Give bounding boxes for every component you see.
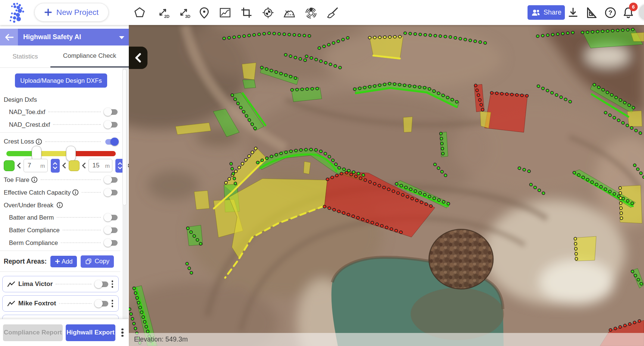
download-icon[interactable] [566, 6, 580, 19]
low-threshold-inputbox: m [24, 159, 48, 172]
highwall-export-button[interactable]: Highwall Export [66, 324, 115, 341]
sidebar-scrollbar[interactable] [122, 68, 128, 319]
info-icon[interactable] [35, 138, 42, 145]
satellite-map [129, 25, 644, 346]
info-icon[interactable] [56, 202, 63, 208]
lima-victor-menu-button[interactable] [109, 279, 116, 289]
profile-chart-icon[interactable] [218, 6, 232, 19]
berm-compliance-toggle[interactable] [104, 239, 119, 247]
plus-icon [44, 9, 52, 16]
nad-crest-toggle[interactable] [104, 120, 119, 129]
berm-compliance-row: Berm Compliance [9, 236, 119, 249]
new-project-button[interactable]: New Project [34, 3, 109, 22]
yellow-threshold-swatch[interactable] [69, 160, 80, 171]
people-icon [531, 8, 541, 18]
sidebar: Highwall Safety AI Statistics Compliance… [0, 25, 129, 346]
copy-report-area-button[interactable]: Copy [81, 255, 114, 268]
green-threshold-swatch[interactable] [4, 160, 15, 171]
app-logo [6, 2, 27, 23]
report-areas-row: Report Areas: Add Copy [4, 253, 119, 270]
divider [0, 132, 120, 133]
terrain-cut-icon[interactable] [283, 6, 296, 19]
svg-text:3D: 3D [185, 14, 190, 19]
info-icon[interactable] [31, 176, 38, 183]
design-dxfs-heading: Design Dxfs [4, 95, 119, 104]
tab-statistics[interactable]: Statistics [0, 45, 50, 67]
zigzag-line-icon [7, 281, 15, 287]
nad-toe-toggle[interactable] [104, 108, 119, 116]
low-threshold-input[interactable] [28, 162, 40, 169]
clean-brush-icon[interactable] [326, 6, 339, 19]
set-square-icon[interactable] [584, 6, 598, 19]
measure-3d-icon[interactable]: 3D [177, 6, 191, 19]
info-icon[interactable] [72, 189, 79, 196]
toe-flare-row: Toe Flare [4, 173, 119, 186]
dxf-row-nad-toe: NAD_Toe.dxf [9, 106, 119, 118]
sidebar-collapse-button[interactable] [129, 47, 147, 69]
high-threshold-inputbox: m [88, 159, 113, 172]
copy-icon [85, 258, 92, 265]
toe-flare-toggle[interactable] [104, 176, 119, 184]
share-label: Share [544, 9, 561, 16]
batter-compliance-row: Batter Compliance [9, 224, 119, 236]
threshold-inputs-row: m m [4, 158, 119, 173]
footer-menu-button[interactable] [119, 327, 126, 339]
elevation-readout: Elevation: 549.3m [134, 336, 188, 343]
svg-text:2D: 2D [164, 14, 169, 19]
tab-compliance-check[interactable]: Compliance Check [50, 45, 129, 67]
compliance-panel: Upload/Manage Design DXFs Design Dxfs NA… [0, 68, 129, 319]
low-threshold-stepper[interactable] [51, 159, 60, 173]
compliance-report-button[interactable]: Compliance Report [3, 324, 63, 341]
batter-and-berm-row: Batter and Berm [9, 211, 119, 224]
upload-manage-dxf-button[interactable]: Upload/Manage Design DXFs [15, 73, 107, 88]
mike-foxtrot-menu-button[interactable] [109, 298, 116, 309]
effective-catch-capacity-row: Effective Catch Capacity [4, 186, 119, 199]
dxf-row-nad-crest: NAD_Crest.dxf [9, 118, 119, 131]
measure-2d-icon[interactable]: 2D [156, 6, 170, 19]
back-button[interactable] [0, 29, 18, 45]
map-status-bar: Elevation: 549.3m [129, 333, 644, 346]
crest-loss-toggle[interactable] [104, 138, 119, 146]
add-report-area-button[interactable]: Add [50, 256, 77, 267]
chevron-left-icon [62, 162, 66, 169]
help-icon[interactable]: ? [604, 6, 617, 19]
zigzag-line-icon [7, 300, 15, 307]
divider [0, 271, 120, 272]
share-button[interactable]: Share [528, 5, 565, 20]
high-threshold-input[interactable] [93, 162, 105, 169]
mike-foxtrot-toggle[interactable] [94, 299, 109, 308]
project-header: Highwall Safety AI [0, 29, 129, 45]
lima-victor-toggle[interactable] [94, 280, 109, 288]
crop-icon[interactable] [240, 6, 253, 19]
polygon-tool-icon[interactable] [133, 6, 146, 19]
chevron-left-icon [82, 162, 86, 169]
sidebar-tabs: Statistics Compliance Check [0, 45, 129, 68]
chevron-left-icon [17, 162, 21, 169]
scrollbar-thumb[interactable] [122, 69, 127, 205]
report-areas-label: Report Areas: [4, 258, 47, 265]
new-project-label: New Project [56, 8, 99, 17]
plus-icon [55, 259, 60, 264]
top-toolbar: New Project 2D 3D Share [0, 0, 644, 25]
report-area-card-mike-foxtrot[interactable]: Mike Foxtrot [2, 295, 119, 312]
batter-compliance-toggle[interactable] [104, 226, 119, 234]
place-point-icon[interactable] [197, 6, 211, 19]
chevron-down-icon[interactable] [119, 36, 124, 39]
target-icon[interactable] [261, 6, 275, 19]
slider-red-zone [71, 151, 116, 156]
report-area-card-lima-victor[interactable]: Lima Victor [2, 276, 119, 292]
svg-text:?: ? [609, 9, 612, 16]
detect-radar-icon[interactable] [304, 6, 318, 19]
report-area-card-partial[interactable] [2, 315, 119, 319]
batter-and-berm-toggle[interactable] [104, 213, 119, 221]
sidebar-footer: Compliance Report Highwall Export [0, 319, 129, 346]
notification-badge[interactable]: 6 [629, 3, 638, 11]
back-arrow-icon [4, 33, 14, 42]
map-viewport[interactable]: Elevation: 549.3m [129, 25, 644, 346]
effective-catch-capacity-toggle[interactable] [104, 188, 119, 196]
avatar[interactable] [638, 3, 644, 22]
project-title: Highwall Safety AI [23, 33, 81, 41]
over-under-break-heading: Over/Under Break [4, 198, 119, 212]
divider [0, 251, 120, 251]
chevron-left-icon [134, 53, 142, 63]
